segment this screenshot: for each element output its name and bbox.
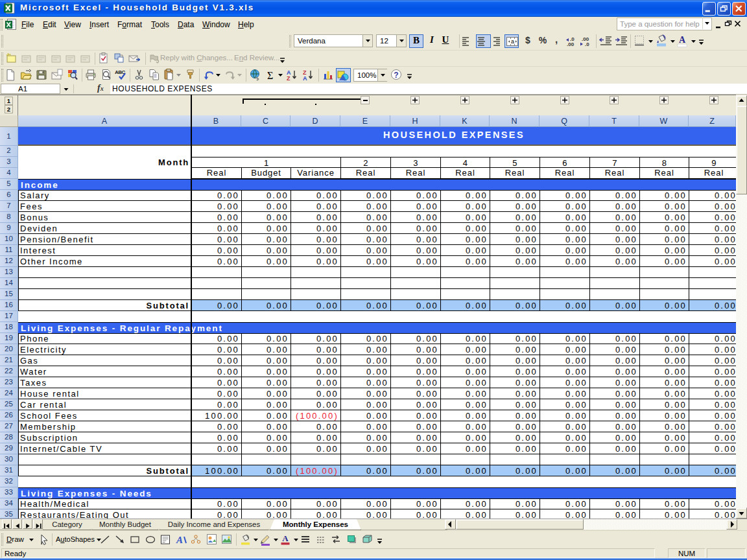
svg-text:A: A [303, 75, 307, 82]
svg-text:?: ? [394, 71, 398, 80]
svg-text:A: A [679, 35, 686, 45]
svg-text:Σ: Σ [267, 70, 273, 81]
svg-text:.00: .00 [567, 41, 575, 47]
svg-text:A: A [282, 533, 289, 543]
svg-text:A: A [176, 535, 183, 545]
svg-text:a: a [511, 38, 514, 45]
svg-text:Z: Z [287, 75, 290, 82]
svg-text:.0: .0 [585, 41, 589, 47]
